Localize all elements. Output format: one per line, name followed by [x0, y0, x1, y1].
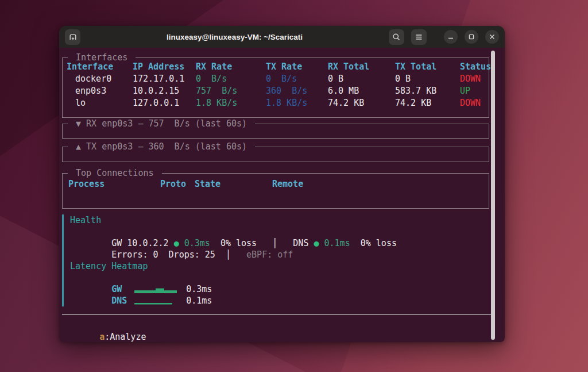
terminal-scrollbar[interactable]: [491, 51, 495, 340]
status-badge: UP: [460, 85, 470, 97]
interface-rx-total: 6.0 MB: [328, 85, 359, 97]
interface-ip: 10.0.2.15: [133, 85, 179, 97]
titlebar-controls: [389, 29, 499, 45]
interface-rx-rate: 1.8 KB/s: [196, 97, 237, 109]
heatmap-dns-label: DNS: [111, 295, 134, 306]
dns-loss: 0% loss: [350, 238, 397, 248]
interface-tx-rate: 0 B/s: [266, 73, 297, 85]
table-row: enp0s3 10.0.2.15 757 B/s 360 B/s 6.0 MB …: [63, 85, 489, 97]
statusbar-separator: [62, 314, 493, 315]
menu-button[interactable]: [411, 29, 427, 45]
rx-sparkline-panel: ▼ RX enp0s3 — 757 B/s (last 60s): [62, 124, 489, 139]
col-header-rx-total: RX Total: [328, 61, 369, 73]
window-title: linuxeasy@linuxeasy-VM: ~/Scaricati: [85, 33, 384, 41]
col-header-tx-total: TX Total: [395, 61, 436, 73]
maximize-button[interactable]: [465, 30, 478, 44]
col-header-state: State: [195, 178, 220, 190]
status-badge: DOWN: [460, 73, 481, 85]
heatmap-gw-label: GW: [111, 283, 134, 295]
interfaces-table: Interface IP Address RX Rate TX Rate RX …: [63, 61, 489, 109]
interface-tx-total: 74.2 KB: [395, 97, 431, 109]
dns-latency: 0.1ms: [324, 238, 350, 248]
divider: │: [215, 250, 246, 260]
status-badge: DOWN: [460, 97, 481, 109]
divider: │: [257, 238, 293, 248]
maximize-icon: [468, 33, 475, 40]
minimize-button[interactable]: [444, 30, 458, 44]
health-section: Health GW 10.0.2.2 ● 0.3ms 0% loss │ DNS…: [62, 214, 430, 306]
connections-panel-title: Top Connections: [68, 168, 162, 179]
interface-name: lo: [75, 97, 86, 109]
rx-panel-title: ▼ RX enp0s3 — 757 B/s (last 60s): [68, 118, 255, 129]
search-button[interactable]: [389, 29, 404, 45]
hamburger-menu-icon: [415, 33, 423, 41]
interface-tx-rate: 360 B/s: [266, 85, 307, 97]
terminal-screen[interactable]: Interfaces Interface IP Address RX Rate …: [59, 48, 505, 342]
search-icon: [392, 33, 401, 41]
gateway-latency: 0.3ms: [184, 238, 210, 248]
col-header-tx-rate: TX Rate: [266, 61, 302, 73]
col-header-proto: Proto: [160, 178, 186, 190]
interface-tx-total: 0 B: [395, 73, 411, 85]
table-header-row: Interface IP Address RX Rate TX Rate RX …: [63, 61, 489, 73]
terminal-window: linuxeasy@linuxeasy-VM: ~/Scaricati: [59, 26, 505, 342]
interfaces-panel: Interfaces Interface IP Address RX Rate …: [62, 57, 489, 118]
new-tab-icon: [68, 32, 78, 41]
ebpf-status: eBPF: off: [246, 250, 293, 260]
interface-ip: 172.17.0.1: [133, 73, 184, 85]
statusbar: a:Analyze p:Pause r:Refresh R:Rec F:Free…: [68, 320, 157, 331]
col-header-remote: Remote: [272, 178, 303, 190]
dns-latency-bar: [134, 297, 180, 305]
drops-count: Drops: 25: [169, 250, 215, 260]
keybind-analyze: a:Analyze: [99, 332, 146, 342]
gw-latency-bar: [134, 285, 180, 293]
close-icon: [489, 33, 496, 40]
tx-sparkline-panel: ▲ TX enp0s3 — 360 B/s (last 60s): [62, 147, 489, 162]
gateway-loss: 0% loss: [210, 238, 257, 248]
heatmap-gw-value: 0.3ms: [186, 284, 212, 294]
table-row: docker0 172.17.0.1 0 B/s 0 B/s 0 B 0 B D…: [63, 73, 489, 85]
interface-rx-total: 0 B: [328, 73, 343, 85]
heatmap-dns-value: 0.1ms: [186, 296, 212, 306]
col-header-ip: IP Address: [133, 61, 184, 73]
interface-rx-rate: 757 B/s: [196, 85, 237, 97]
top-connections-panel: Top Connections Process Proto State Remo…: [62, 173, 489, 209]
interface-name: docker0: [75, 73, 111, 85]
dns-label: DNS: [293, 238, 314, 248]
col-header-status: Status: [460, 61, 491, 73]
tx-panel-title: ▲ TX enp0s3 — 360 B/s (last 60s): [68, 141, 255, 152]
new-tab-button[interactable]: [65, 29, 80, 45]
gateway-status-dot: ●: [174, 238, 184, 248]
col-header-rx-rate: RX Rate: [196, 61, 232, 73]
gateway-label: GW 10.0.2.2: [111, 238, 173, 248]
col-header-interface: Interface: [67, 61, 113, 73]
table-row: lo 127.0.0.1 1.8 KB/s 1.8 KB/s 74.2 KB 7…: [63, 97, 489, 109]
health-title: Health: [70, 214, 430, 226]
latency-heatmap-title: Latency Heatmap: [70, 260, 430, 272]
heatmap-gw-row: GW0.3ms: [70, 272, 430, 283]
interface-tx-rate: 1.8 KB/s: [266, 97, 307, 109]
health-gateway-line: GW 10.0.2.2 ● 0.3ms 0% loss │ DNS ● 0.1m…: [70, 226, 430, 237]
errors-count: Errors: 0: [111, 250, 168, 260]
connections-header-row: Process Proto State Remote: [63, 178, 489, 190]
col-header-process: Process: [68, 178, 105, 190]
close-button[interactable]: [485, 30, 499, 44]
titlebar[interactable]: linuxeasy@linuxeasy-VM: ~/Scaricati: [59, 26, 505, 48]
interface-name: enp0s3: [75, 85, 106, 97]
minimize-icon: [447, 33, 454, 40]
interface-ip: 127.0.0.1: [133, 97, 179, 109]
dns-status-dot: ●: [314, 238, 324, 248]
interface-rx-rate: 0 B/s: [196, 73, 227, 85]
interface-tx-total: 583.7 KB: [395, 85, 436, 97]
interface-rx-total: 74.2 KB: [328, 97, 364, 109]
